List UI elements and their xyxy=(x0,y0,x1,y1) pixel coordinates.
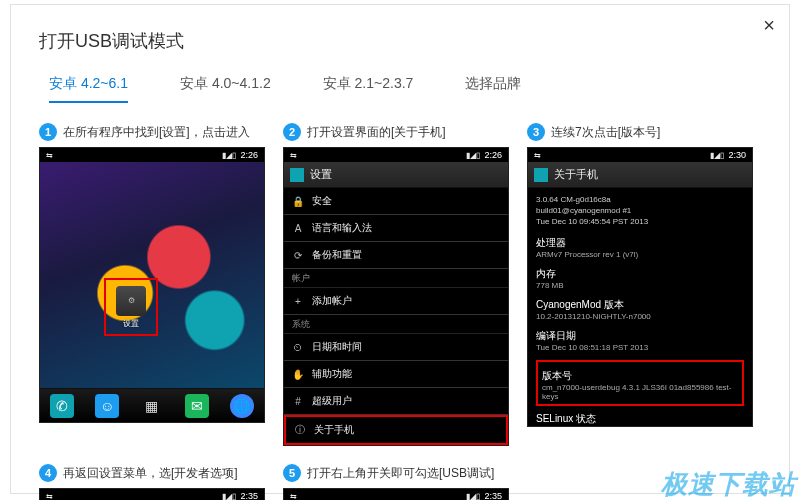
row-label: 添加帐户 xyxy=(312,294,352,308)
step-badge: 3 xyxy=(527,123,545,141)
row-label: 超级用户 xyxy=(312,394,352,408)
row-label: 辅助功能 xyxy=(312,367,352,381)
tab-android-42-61[interactable]: 安卓 4.2~6.1 xyxy=(49,75,128,103)
kernel-line: build01@cyanogenmod #1 xyxy=(536,205,744,216)
list-item: ✋辅助功能 xyxy=(284,361,508,388)
settings-app-label: 设置 xyxy=(123,318,139,329)
list-item: #超级用户 xyxy=(284,388,508,415)
modal-title: 打开USB调试模式 xyxy=(39,29,761,53)
step-5: 5 打开右上角开关即可勾选[USB调试] ⇆ ▮◢▯2:35 开发者选项 打开 xyxy=(283,464,509,500)
signal-icon: ⇆ xyxy=(46,151,53,160)
apps-icon: ▦ xyxy=(140,394,164,418)
settings-app-highlight: ⚙ 设置 xyxy=(104,278,158,336)
step-3: 3 连续7次点击[版本号] ⇆ ▮◢▯2:30 关于手机 3.0.64 CM-g… xyxy=(527,123,753,446)
clock-icon: ⏲ xyxy=(292,342,304,353)
status-time: 2:35 xyxy=(240,491,258,500)
step-badge: 5 xyxy=(283,464,301,482)
list-item: 🔒安全 xyxy=(284,188,508,215)
about-ab-icon xyxy=(534,168,548,182)
battery-icon: ▮◢▯ xyxy=(466,151,480,160)
build-title: 版本号 xyxy=(542,369,738,383)
step-1: 1 在所有程序中找到[设置]，点击进入 ⇆ ▮◢▯2:26 ⚙ 设置 ✆ ☺ xyxy=(39,123,265,446)
language-icon: A xyxy=(292,223,304,234)
row-label: 安全 xyxy=(312,194,332,208)
tab-android-21-237[interactable]: 安卓 2.1~2.3.7 xyxy=(323,75,414,103)
builddate-title: 编译日期 xyxy=(536,329,744,343)
phone-icon: ✆ xyxy=(50,394,74,418)
close-icon[interactable]: × xyxy=(763,15,775,35)
section-system: 系统 xyxy=(284,315,508,334)
step-badge: 1 xyxy=(39,123,57,141)
cm-title: CyanogenMod 版本 xyxy=(536,298,744,312)
cpu-title: 处理器 xyxy=(536,236,744,250)
browser-icon: 🌐 xyxy=(230,394,254,418)
about-phone-highlight: ⓘ关于手机 xyxy=(284,415,508,445)
signal-icon: ⇆ xyxy=(290,151,297,160)
mem-sub: 778 MB xyxy=(536,281,744,290)
settings-icon: ⚙ xyxy=(116,286,146,316)
plus-icon: + xyxy=(292,296,304,307)
tab-android-40-412[interactable]: 安卓 4.0~4.1.2 xyxy=(180,75,271,103)
usb-debug-modal: × 打开USB调试模式 安卓 4.2~6.1 安卓 4.0~4.1.2 安卓 2… xyxy=(10,4,790,494)
android-navbar: ✆ ☺ ▦ ✉ 🌐 xyxy=(40,388,264,422)
step-4: 4 再返回设置菜单，选[开发者选项] ⇆ ▮◢▯2:35 设置 ⟳备份和重置 xyxy=(39,464,265,500)
step-text: 打开右上角开关即可勾选[USB调试] xyxy=(307,465,494,482)
lock-icon: 🔒 xyxy=(292,196,304,207)
kernel-line: 3.0.64 CM-g0d16c8a xyxy=(536,194,744,205)
phone-screenshot-1: ⇆ ▮◢▯2:26 ⚙ 设置 ✆ ☺ ▦ ✉ 🌐 xyxy=(39,147,265,423)
cm-sub: 10.2-20131210-NIGHTLY-n7000 xyxy=(536,312,744,321)
row-label: 日期和时间 xyxy=(312,340,362,354)
phone-screenshot-2: ⇆ ▮◢▯2:26 设置 🔒安全 A语言和输入法 ⟳备份和重置 帐户 +添加帐户… xyxy=(283,147,509,446)
messaging-icon: ✉ xyxy=(185,394,209,418)
android-version-tabs: 安卓 4.2~6.1 安卓 4.0~4.1.2 安卓 2.1~2.3.7 选择品… xyxy=(39,75,761,103)
contacts-icon: ☺ xyxy=(95,394,119,418)
step-text: 打开设置界面的[关于手机] xyxy=(307,124,446,141)
build-number-highlight: 版本号 cm_n7000-userdebug 4.3.1 JLS36I 01ad… xyxy=(536,360,744,406)
step-text: 再返回设置菜单，选[开发者选项] xyxy=(63,465,238,482)
info-icon: ⓘ xyxy=(294,423,306,437)
builddate-sub: Tue Dec 10 08:51:18 PST 2013 xyxy=(536,343,744,352)
battery-icon: ▮◢▯ xyxy=(222,492,236,501)
settings-ab-icon xyxy=(290,168,304,182)
step-text: 连续7次点击[版本号] xyxy=(551,124,660,141)
list-item: A语言和输入法 xyxy=(284,215,508,242)
backup-icon: ⟳ xyxy=(292,250,304,261)
list-item: ⏲日期和时间 xyxy=(284,334,508,361)
phone-screenshot-3: ⇆ ▮◢▯2:30 关于手机 3.0.64 CM-g0d16c8a build0… xyxy=(527,147,753,427)
battery-icon: ▮◢▯ xyxy=(710,151,724,160)
actionbar-title: 设置 xyxy=(310,167,332,182)
section-accounts: 帐户 xyxy=(284,269,508,288)
row-label: 语言和输入法 xyxy=(312,221,372,235)
step-text: 在所有程序中找到[设置]，点击进入 xyxy=(63,124,250,141)
phone-screenshot-4: ⇆ ▮◢▯2:35 设置 ⟳备份和重置 xyxy=(39,488,265,500)
mem-title: 内存 xyxy=(536,267,744,281)
row-label: 备份和重置 xyxy=(312,248,362,262)
list-item: ⟳备份和重置 xyxy=(284,242,508,269)
signal-icon: ⇆ xyxy=(46,492,53,501)
build-sub: cm_n7000-userdebug 4.3.1 JLS36I 01ad8559… xyxy=(542,383,738,401)
accessibility-icon: ✋ xyxy=(292,369,304,380)
signal-icon: ⇆ xyxy=(534,151,541,160)
status-time: 2:26 xyxy=(240,150,258,160)
superuser-icon: # xyxy=(292,396,304,407)
actionbar-title: 关于手机 xyxy=(554,167,598,182)
row-label: 关于手机 xyxy=(314,423,354,437)
kernel-line: Tue Dec 10 09:45:54 PST 2013 xyxy=(536,216,744,227)
list-item: +添加帐户 xyxy=(284,288,508,315)
cpu-sub: ARMv7 Processor rev 1 (v7l) xyxy=(536,250,744,259)
selinux-title: SELinux 状态 xyxy=(536,412,744,426)
battery-icon: ▮◢▯ xyxy=(222,151,236,160)
steps-grid: 1 在所有程序中找到[设置]，点击进入 ⇆ ▮◢▯2:26 ⚙ 设置 ✆ ☺ xyxy=(39,123,761,500)
tab-select-brand[interactable]: 选择品牌 xyxy=(465,75,521,103)
status-time: 2:35 xyxy=(484,491,502,500)
status-time: 2:26 xyxy=(484,150,502,160)
step-badge: 2 xyxy=(283,123,301,141)
step-badge: 4 xyxy=(39,464,57,482)
signal-icon: ⇆ xyxy=(290,492,297,501)
phone-screenshot-5: ⇆ ▮◢▯2:35 开发者选项 打开 对 SD 卡进行读写保护 xyxy=(283,488,509,500)
status-time: 2:30 xyxy=(728,150,746,160)
battery-icon: ▮◢▯ xyxy=(466,492,480,501)
step-2: 2 打开设置界面的[关于手机] ⇆ ▮◢▯2:26 设置 🔒安全 A语言和输入法… xyxy=(283,123,509,446)
